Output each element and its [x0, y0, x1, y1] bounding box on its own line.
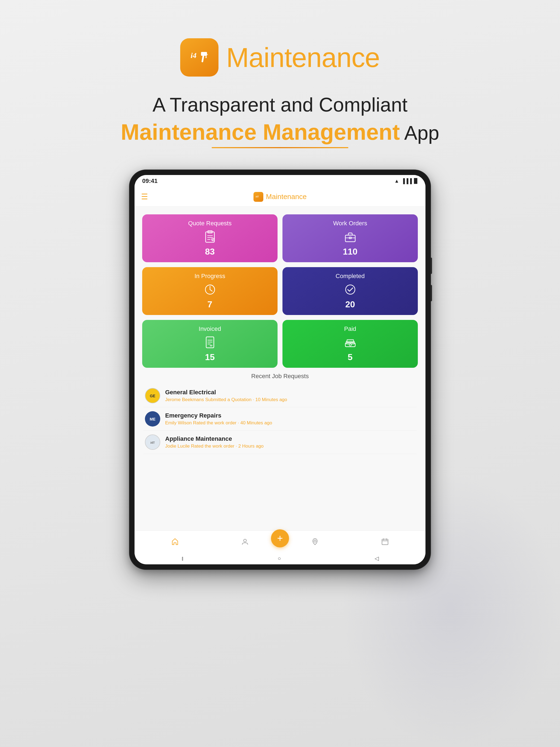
top-section: i4 T Maintenance A Transparent and Compl…: [121, 38, 439, 148]
job-subtitle: Jerome Beekmans Submitted a Quotation · …: [165, 397, 415, 403]
job-info: Appliance Maintenance Jodie Lucile Rated…: [165, 435, 415, 449]
android-nav-bar: ⫿ ○ ◁: [134, 552, 426, 564]
card-progress-label: In Progress: [195, 273, 225, 280]
app-icon: i4 T: [180, 38, 219, 77]
card-completed-label: Completed: [335, 273, 364, 280]
svg-rect-34: [382, 539, 388, 545]
status-icons: ▲ ▐▐▐ ▉: [394, 178, 418, 184]
card-completed-number: 20: [345, 300, 355, 310]
fab-add-button[interactable]: +: [271, 530, 289, 547]
job-avatar-am: i4T: [145, 435, 160, 450]
android-home-icon[interactable]: ○: [278, 555, 281, 562]
tablet-screen: 09:41 ▲ ▐▐▐ ▉ ☰ i4T Maintenance: [134, 175, 426, 564]
svg-line-16: [210, 289, 212, 291]
fab-plus-icon: +: [277, 533, 283, 544]
invoice-icon: [203, 335, 217, 350]
nav-logo-row: i4T Maintenance: [253, 192, 307, 202]
card-invoiced-label: Invoiced: [199, 325, 221, 333]
nav-profile-icon[interactable]: [237, 534, 253, 550]
job-title: Appliance Maintenance: [165, 435, 415, 442]
card-work-number: 110: [343, 247, 357, 257]
hamburger-menu[interactable]: ☰: [141, 192, 148, 201]
job-title: Emergency Repairs: [165, 412, 415, 419]
status-bar: 09:41 ▲ ▐▐▐ ▉: [134, 175, 426, 187]
recent-section: Recent Job Requests GE General Electrica…: [142, 373, 418, 454]
logo-row: i4 T Maintenance: [180, 38, 380, 77]
nav-location-icon[interactable]: [307, 534, 323, 550]
screen-content: Quote Requests 83: [134, 207, 426, 531]
svg-point-33: [314, 540, 316, 542]
card-quote-label: Quote Requests: [188, 220, 232, 227]
dashboard-grid: Quote Requests 83: [142, 214, 418, 368]
card-quote-number: 83: [205, 247, 215, 257]
tagline-line1: A Transparent and Compliant: [153, 93, 408, 117]
android-back-icon[interactable]: ⫿: [181, 555, 184, 562]
job-item[interactable]: i4T Appliance Maintenance Jodie Lucile R…: [143, 431, 417, 454]
android-recents-icon[interactable]: ◁: [375, 555, 379, 562]
card-work-orders[interactable]: Work Orders 110: [282, 214, 418, 262]
card-completed[interactable]: Completed 20: [282, 267, 418, 315]
status-time: 09:41: [142, 177, 157, 185]
tagline-app: App: [404, 122, 439, 144]
svg-rect-2: [202, 55, 204, 62]
tagline-highlight: Maintenance Management: [121, 119, 400, 145]
card-paid-label: Paid: [344, 325, 356, 333]
tablet-wrapper: 09:41 ▲ ▐▐▐ ▉ ☰ i4T Maintenance: [130, 170, 430, 569]
svg-text:i4: i4: [190, 51, 197, 60]
card-paid-number: 5: [348, 352, 353, 362]
top-nav: ☰ i4T Maintenance: [134, 187, 426, 207]
svg-text:i4T: i4T: [150, 441, 155, 444]
wifi-icon: ▲: [394, 178, 399, 184]
card-invoiced-number: 15: [205, 352, 215, 362]
bottom-nav: +: [134, 531, 426, 552]
clipboard-icon: [203, 230, 217, 244]
signal-icon: ▐▐▐: [401, 178, 412, 184]
svg-text:T: T: [204, 53, 208, 59]
card-progress-number: 7: [207, 300, 212, 310]
nav-home-icon[interactable]: [167, 534, 183, 550]
job-item[interactable]: ME Emergency Repairs Emily Wilson Rated …: [143, 407, 417, 431]
card-work-label: Work Orders: [333, 220, 367, 227]
nav-app-icon: i4T: [253, 192, 263, 202]
brand-name: Maintenance: [226, 42, 380, 73]
job-avatar-ge: GE: [145, 388, 160, 403]
card-quote-requests[interactable]: Quote Requests 83: [142, 214, 278, 262]
clock-icon: [203, 282, 217, 297]
job-info: General Electrical Jerome Beekmans Submi…: [165, 389, 415, 403]
check-circle-icon: [343, 282, 357, 297]
briefcase-icon: [343, 230, 357, 244]
svg-text:i4T: i4T: [256, 196, 259, 198]
svg-text:GE: GE: [150, 394, 155, 398]
card-paid[interactable]: Paid 5: [282, 320, 418, 368]
recent-title: Recent Job Requests: [143, 373, 417, 380]
card-invoiced[interactable]: Invoiced 15: [142, 320, 278, 368]
job-info: Emergency Repairs Emily Wilson Rated the…: [165, 412, 415, 426]
job-subtitle: Jodie Lucile Rated the work order · 2 Ho…: [165, 443, 415, 449]
job-avatar-me: ME: [145, 411, 160, 427]
svg-point-17: [346, 285, 355, 294]
battery-icon: ▉: [414, 178, 418, 184]
nav-brand-name: Maintenance: [266, 192, 307, 201]
job-item[interactable]: GE General Electrical Jerome Beekmans Su…: [143, 384, 417, 407]
job-subtitle: Emily Wilson Rated the work order · 40 M…: [165, 420, 415, 426]
svg-text:ME: ME: [150, 417, 156, 422]
tablet-frame: 09:41 ▲ ▐▐▐ ▉ ☰ i4T Maintenance: [130, 170, 430, 569]
card-in-progress[interactable]: In Progress 7: [142, 267, 278, 315]
svg-point-32: [244, 539, 246, 542]
underline-decoration: [212, 147, 348, 148]
job-title: General Electrical: [165, 389, 415, 396]
nav-calendar-icon[interactable]: [377, 534, 393, 550]
money-stack-icon: [343, 335, 357, 350]
